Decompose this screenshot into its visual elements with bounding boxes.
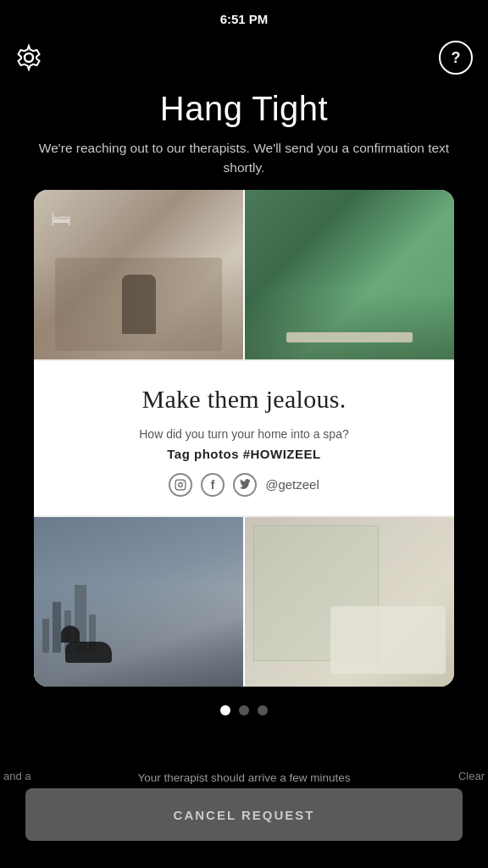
instagram-icon	[169, 473, 192, 497]
photo-massage-room	[243, 517, 454, 687]
twitter-icon	[233, 473, 257, 497]
card-hashtag: Tag photos #HOWIZEEL	[54, 447, 434, 461]
social-handle: @getzeel	[265, 477, 319, 492]
city-image	[34, 517, 243, 687]
cancel-request-button[interactable]: CANCEL REQUEST	[25, 788, 463, 841]
room-image	[245, 517, 454, 687]
photo-city	[34, 517, 243, 687]
status-bar: 6:51 PM	[0, 0, 488, 37]
status-time: 6:51 PM	[220, 12, 269, 26]
gear-icon[interactable]	[15, 44, 42, 71]
card-description: How did you turn your home into a spa?	[54, 426, 434, 443]
card-tagline: Make them jealous.	[54, 385, 434, 414]
tip-right-text: Clear	[458, 770, 488, 782]
card-content: Make them jealous. How did you turn your…	[34, 359, 454, 517]
social-row: f @getzeel	[54, 473, 434, 497]
facebook-icon: f	[201, 473, 225, 497]
top-bar: ?	[0, 37, 488, 81]
outdoor-image	[245, 190, 454, 359]
help-icon: ?	[452, 49, 461, 67]
pagination-dots	[0, 705, 488, 715]
help-button[interactable]: ?	[439, 41, 473, 75]
dot-3[interactable]	[258, 705, 268, 715]
title-section: Hang Tight We're reaching out to our the…	[0, 81, 488, 190]
tip-left-text: and a	[0, 770, 31, 782]
photo-therapist	[34, 190, 243, 359]
promo-card: Make them jealous. How did you turn your…	[34, 190, 454, 687]
dot-2[interactable]	[239, 705, 249, 715]
cancel-button-wrap: CANCEL REQUEST	[25, 788, 463, 841]
page-title: Hang Tight	[34, 90, 454, 128]
svg-point-2	[179, 482, 183, 487]
page-subtitle: We're reaching out to our therapists. We…	[34, 138, 454, 178]
svg-rect-1	[175, 480, 186, 490]
photo-outdoor-table	[243, 190, 454, 359]
dot-1[interactable]	[220, 705, 230, 715]
photo-row-top	[34, 190, 454, 359]
svg-point-3	[183, 481, 184, 482]
photo-row-bottom	[34, 517, 454, 687]
therapist-image	[34, 190, 243, 359]
svg-point-0	[25, 53, 33, 62]
